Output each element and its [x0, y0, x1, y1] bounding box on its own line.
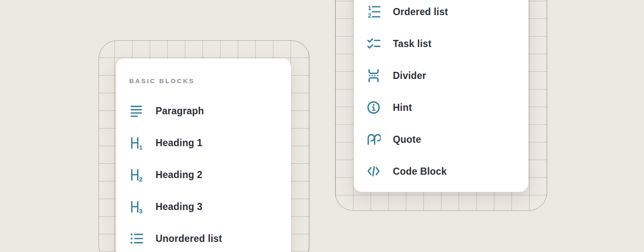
menu-item-heading-1[interactable]: 1Heading 1 [129, 127, 291, 159]
menu-item-label: Unordered list [156, 233, 222, 244]
menu-item-label: Divider [393, 70, 426, 81]
menu-item-unordered-list[interactable]: Unordered list [129, 223, 291, 252]
divider-icon [366, 68, 381, 83]
blocks-menu-continued-items: 12Ordered listTask listDividerHintQuoteC… [366, 0, 528, 187]
menu-item-label: Hint [393, 102, 412, 113]
menu-item-label: Quote [393, 134, 421, 145]
svg-text:2: 2 [139, 176, 142, 182]
unordered-list-icon [129, 231, 143, 246]
menu-item-label: Heading 3 [156, 201, 203, 213]
quote-icon [366, 132, 381, 147]
menu-item-label: Ordered list [393, 6, 448, 18]
svg-text:1: 1 [139, 144, 142, 150]
svg-text:2: 2 [368, 12, 371, 19]
svg-text:3: 3 [139, 208, 142, 214]
section-label-basic-blocks: BASIC BLOCKS [129, 77, 291, 85]
menu-item-hint[interactable]: Hint [366, 92, 528, 123]
menu-item-task-list[interactable]: Task list [366, 28, 528, 60]
menu-item-label: Task list [393, 38, 431, 50]
heading-3-icon: 3 [129, 200, 143, 214]
menu-item-label: Heading 2 [156, 169, 203, 181]
menu-item-label: Heading 1 [156, 137, 203, 149]
heading-2-icon: 2 [129, 168, 143, 182]
menu-item-heading-3[interactable]: 3Heading 3 [129, 191, 291, 223]
code-block-icon [366, 164, 381, 178]
ordered-list-icon: 12 [366, 5, 381, 19]
svg-text:1: 1 [368, 5, 371, 11]
editor-illustration: BASIC BLOCKS Paragraph1Heading 12Heading… [0, 0, 644, 252]
menu-item-label: Paragraph [156, 105, 204, 117]
menu-item-paragraph[interactable]: Paragraph [129, 95, 291, 127]
hint-icon [366, 100, 381, 115]
basic-blocks-menu: BASIC BLOCKS Paragraph1Heading 12Heading… [116, 58, 291, 252]
menu-item-quote[interactable]: Quote [366, 123, 528, 155]
heading-1-icon: 1 [129, 136, 143, 150]
menu-item-divider[interactable]: Divider [366, 60, 528, 92]
menu-item-label: Code Block [393, 166, 447, 177]
blocks-menu-continued: 12Ordered listTask listDividerHintQuoteC… [353, 0, 528, 192]
menu-item-heading-2[interactable]: 2Heading 2 [129, 159, 291, 191]
basic-blocks-menu-items: Paragraph1Heading 12Heading 23Heading 3U… [129, 95, 291, 252]
menu-item-ordered-list[interactable]: 12Ordered list [366, 0, 528, 28]
menu-item-code-block[interactable]: Code Block [366, 155, 528, 187]
task-list-icon [366, 37, 381, 51]
paragraph-icon [129, 104, 143, 118]
